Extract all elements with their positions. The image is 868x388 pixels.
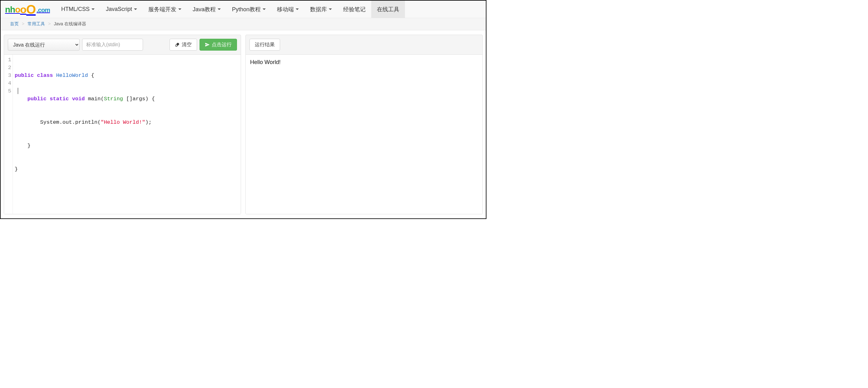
nav-item-label: HTML/CSS bbox=[61, 6, 90, 12]
breadcrumb-separator: > bbox=[48, 21, 51, 26]
result-button[interactable]: 运行结果 bbox=[249, 39, 280, 51]
nav-item-label: 在线工具 bbox=[377, 6, 399, 13]
nav-item-0[interactable]: HTML/CSS bbox=[56, 1, 100, 18]
breadcrumb-separator: > bbox=[22, 21, 24, 26]
language-select[interactable]: Java 在线运行 bbox=[8, 39, 80, 51]
chevron-down-icon bbox=[296, 8, 299, 10]
top-nav: nh o o O .com HTML/CSSJavaScript服务端开发Jav… bbox=[1, 1, 486, 18]
nav-item-label: Java教程 bbox=[193, 6, 216, 13]
line-number: 1 bbox=[4, 56, 11, 64]
nav-item-3[interactable]: Java教程 bbox=[187, 1, 226, 18]
nav-item-4[interactable]: Python教程 bbox=[226, 1, 271, 18]
workspace: Java 在线运行 清空 点击运行 12345 public class Hel… bbox=[1, 30, 486, 217]
line-gutter: 12345 bbox=[4, 55, 13, 214]
chevron-down-icon bbox=[134, 8, 137, 10]
run-button[interactable]: 点击运行 bbox=[199, 39, 237, 51]
code-line: } bbox=[15, 142, 241, 150]
nav-item-label: 服务端开发 bbox=[148, 6, 177, 13]
eraser-icon bbox=[175, 42, 180, 47]
code-line: } bbox=[15, 165, 241, 173]
code-line: public class HelloWorld { bbox=[15, 71, 241, 79]
site-logo[interactable]: nh o o O .com bbox=[1, 4, 56, 15]
logo-segment: o bbox=[20, 5, 26, 14]
breadcrumb-link[interactable]: 首页 bbox=[10, 21, 19, 26]
nav-item-label: Python教程 bbox=[232, 6, 261, 13]
logo-segment: nh bbox=[5, 5, 15, 15]
nav-item-7[interactable]: 经验笔记 bbox=[338, 1, 371, 18]
logo-segment: O bbox=[26, 5, 36, 14]
code-line: public static void main(String []args) { bbox=[15, 95, 241, 103]
editor-toolbar: Java 在线运行 清空 点击运行 bbox=[4, 35, 241, 55]
line-number: 3 bbox=[4, 71, 11, 79]
nav-item-label: 经验笔记 bbox=[343, 6, 366, 13]
stdin-input[interactable] bbox=[82, 39, 143, 51]
chevron-down-icon bbox=[262, 8, 266, 10]
line-number: 2 bbox=[4, 64, 11, 71]
breadcrumb-link[interactable]: 常用工具 bbox=[28, 21, 45, 26]
breadcrumb: 首页>常用工具>Java 在线编译器 bbox=[1, 18, 486, 30]
chevron-down-icon bbox=[178, 8, 181, 10]
nav-item-label: 数据库 bbox=[310, 6, 327, 13]
output-text: Hello World! bbox=[250, 59, 281, 65]
nav-item-5[interactable]: 移动端 bbox=[271, 1, 304, 18]
output-toolbar: 运行结果 bbox=[246, 35, 483, 55]
nav-item-label: JavaScript bbox=[106, 6, 132, 12]
nav-item-6[interactable]: 数据库 bbox=[304, 1, 338, 18]
nav-item-2[interactable]: 服务端开发 bbox=[143, 1, 187, 18]
logo-segment: o bbox=[15, 5, 20, 15]
text-cursor bbox=[18, 88, 18, 94]
line-number: 5 bbox=[4, 87, 11, 95]
logo-domain: .com bbox=[36, 6, 50, 14]
clear-button[interactable]: 清空 bbox=[169, 39, 197, 51]
breadcrumb-current: Java 在线编译器 bbox=[54, 21, 86, 26]
result-button-label: 运行结果 bbox=[255, 41, 275, 48]
editor-panel: Java 在线运行 清空 点击运行 12345 public class Hel… bbox=[4, 35, 241, 214]
code-editor[interactable]: 12345 public class HelloWorld { public s… bbox=[4, 55, 241, 214]
output-panel: 运行结果 Hello World! bbox=[245, 35, 483, 214]
code-line: System.out.println("Hello World!"); bbox=[15, 118, 241, 126]
paper-plane-icon bbox=[205, 42, 210, 47]
nav-item-8[interactable]: 在线工具 bbox=[371, 1, 405, 18]
chevron-down-icon bbox=[329, 8, 332, 10]
run-button-label: 点击运行 bbox=[212, 41, 232, 48]
nav-item-1[interactable]: JavaScript bbox=[100, 1, 143, 18]
nav-item-label: 移动端 bbox=[277, 6, 294, 13]
code-area[interactable]: public class HelloWorld { public static … bbox=[13, 55, 241, 214]
clear-button-label: 清空 bbox=[182, 41, 192, 48]
output-area: Hello World! bbox=[246, 55, 483, 214]
chevron-down-icon bbox=[218, 8, 221, 10]
chevron-down-icon bbox=[91, 8, 95, 10]
line-number: 4 bbox=[4, 79, 11, 87]
